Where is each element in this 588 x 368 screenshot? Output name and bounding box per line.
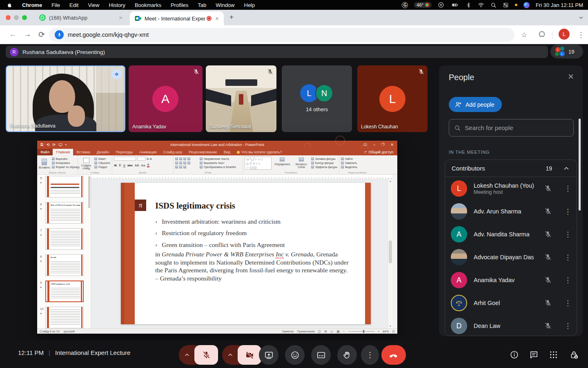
- host-controls-button[interactable]: [569, 350, 579, 360]
- menubar-clock[interactable]: Fri 30 Jan 12:11 PM: [536, 2, 583, 8]
- mic-permission-icon[interactable]: [55, 30, 64, 39]
- bookmark-star-icon[interactable]: ☆: [521, 31, 527, 39]
- mic-off-icon: [544, 207, 552, 215]
- chat-button[interactable]: [529, 350, 539, 359]
- video-tile-rushana[interactable]: Rushana Sadullaeva: [6, 65, 125, 132]
- address-bar[interactable]: meet.google.com/kjq-qhgv-xmt: [49, 28, 514, 42]
- reload-button[interactable]: ⟳: [38, 30, 45, 39]
- reactions-button[interactable]: [285, 345, 305, 365]
- weather-widget[interactable]: 46°: [414, 2, 432, 8]
- raise-hand-button[interactable]: [337, 345, 357, 365]
- window-minimize-button[interactable]: [14, 15, 19, 20]
- menu-file[interactable]: File: [51, 2, 60, 8]
- people-panel-title: People: [449, 73, 474, 82]
- mic-toggle-button[interactable]: [194, 345, 218, 365]
- tab-search-icon[interactable]: [578, 15, 584, 20]
- thumbnail-slide-9-selected: ISDS legitimacy crisis: [45, 280, 84, 302]
- animation-star-icon: ★: [40, 260, 42, 263]
- panel-scrollbar[interactable]: [579, 119, 581, 211]
- tile-avatar: L: [379, 86, 405, 112]
- back-button[interactable]: ←: [9, 30, 17, 39]
- participant-menu-icon[interactable]: ⋮: [564, 322, 571, 330]
- participant-menu-icon[interactable]: ⋮: [564, 276, 571, 285]
- camera-toggle-button[interactable]: [238, 345, 261, 365]
- video-tile-lokesh[interactable]: L Lokesh Chauhan: [357, 65, 428, 132]
- spotlight-icon[interactable]: [490, 2, 497, 8]
- window-zoom-button[interactable]: [22, 15, 27, 20]
- slide-accent-band: [121, 183, 135, 324]
- window-close-button[interactable]: [6, 15, 11, 20]
- participant-menu-icon[interactable]: ⋮: [564, 230, 571, 239]
- view-reading-icon: ▭: [330, 330, 334, 333]
- ppt-tellme: Что вы хотите сделать?: [234, 149, 285, 155]
- close-panel-icon[interactable]: [567, 73, 575, 80]
- extensions-icon[interactable]: [538, 31, 546, 38]
- animation-star-icon: ★: [40, 233, 42, 237]
- battery-icon[interactable]: [450, 2, 459, 8]
- participant-row: L Lokesh Chauhan (You)Meeting host ⋮: [445, 177, 577, 200]
- participant-menu-icon[interactable]: ⋮: [564, 299, 571, 307]
- participant-count-pill[interactable]: L L 19: [550, 45, 583, 58]
- control-center-icon[interactable]: [503, 2, 509, 8]
- contributors-header[interactable]: Contributors 19: [445, 160, 577, 177]
- menu-history[interactable]: History: [109, 2, 125, 8]
- leave-call-button[interactable]: [381, 345, 406, 365]
- video-tile-others[interactable]: L N 14 others: [282, 65, 352, 132]
- present-icon: [264, 350, 274, 360]
- add-people-button[interactable]: Add people: [449, 97, 502, 112]
- tab-meet-active[interactable]: Meet - International Exper: [130, 11, 224, 25]
- bluetooth-icon[interactable]: [466, 2, 472, 8]
- menu-window[interactable]: Window: [216, 2, 234, 8]
- video-tile-sandeep[interactable]: Sandeep Sehrawat: [206, 65, 276, 132]
- people-search-input[interactable]: [465, 124, 568, 131]
- new-tab-button[interactable]: +: [229, 13, 234, 21]
- ppt-tab-file: Файл: [37, 149, 53, 155]
- view-slideshow-icon: ▦: [336, 330, 340, 333]
- video-tile-anamika[interactable]: A Anamika Yadav: [129, 65, 203, 132]
- participant-menu-icon[interactable]: ⋮: [564, 253, 571, 262]
- more-options-button[interactable]: ⋮: [361, 345, 379, 365]
- g-status-icon[interactable]: G: [402, 2, 408, 8]
- present-button[interactable]: [259, 345, 278, 365]
- menu-help[interactable]: Help: [244, 2, 255, 8]
- people-search-box[interactable]: [449, 119, 574, 137]
- thumbnail-slide-10: [45, 307, 84, 328]
- ppt-close-icon: ✕: [390, 143, 394, 147]
- participant-menu-icon[interactable]: ⋮: [564, 207, 571, 216]
- playback-icon[interactable]: [438, 2, 444, 8]
- apple-menu-icon[interactable]: [7, 2, 13, 8]
- activities-button[interactable]: [549, 350, 558, 359]
- wifi-icon[interactable]: [478, 2, 484, 8]
- thumb-number: 8: [40, 255, 42, 258]
- captions-button[interactable]: [311, 345, 331, 365]
- speaking-indicator-icon: [111, 69, 122, 79]
- meeting-details-button[interactable]: [510, 350, 519, 359]
- menu-tab[interactable]: Tab: [198, 2, 206, 8]
- mic-off-icon: [418, 68, 425, 75]
- tab-close-icon[interactable]: [213, 15, 220, 22]
- chrome-menu-icon[interactable]: ⋮: [577, 31, 584, 39]
- mic-off-icon: [267, 68, 274, 75]
- tab-whatsapp[interactable]: (168) WhatsApp: [34, 10, 127, 25]
- menu-chrome[interactable]: Chrome: [22, 2, 42, 8]
- menu-view[interactable]: View: [88, 2, 99, 8]
- kebab-icon: ⋮: [366, 350, 374, 359]
- tab-close-icon[interactable]: [117, 14, 124, 21]
- menu-profiles[interactable]: Profiles: [171, 2, 188, 8]
- profile-avatar[interactable]: L: [559, 29, 570, 40]
- person-add-icon: [454, 101, 462, 108]
- forward-button[interactable]: →: [24, 30, 31, 39]
- mic-off-icon: [544, 253, 552, 261]
- participant-menu-icon[interactable]: ⋮: [564, 184, 571, 193]
- tab-label: (168) WhatsApp: [49, 15, 87, 21]
- menu-edit[interactable]: Edit: [69, 2, 78, 8]
- siri-icon[interactable]: [523, 2, 530, 8]
- mic-off-icon: [544, 184, 552, 193]
- collapse-chevron-icon[interactable]: [563, 165, 570, 172]
- menu-bookmarks[interactable]: Bookmarks: [135, 2, 161, 8]
- others-count-label: 14 others: [282, 106, 352, 112]
- chrome-tab-strip: (168) WhatsApp Meet - International Expe…: [0, 10, 588, 25]
- recording-indicator-dot: [515, 4, 517, 6]
- notes-toggle: Заметки: [282, 330, 294, 333]
- participant-row: Advocate Dipayan Das ⋮: [445, 246, 577, 269]
